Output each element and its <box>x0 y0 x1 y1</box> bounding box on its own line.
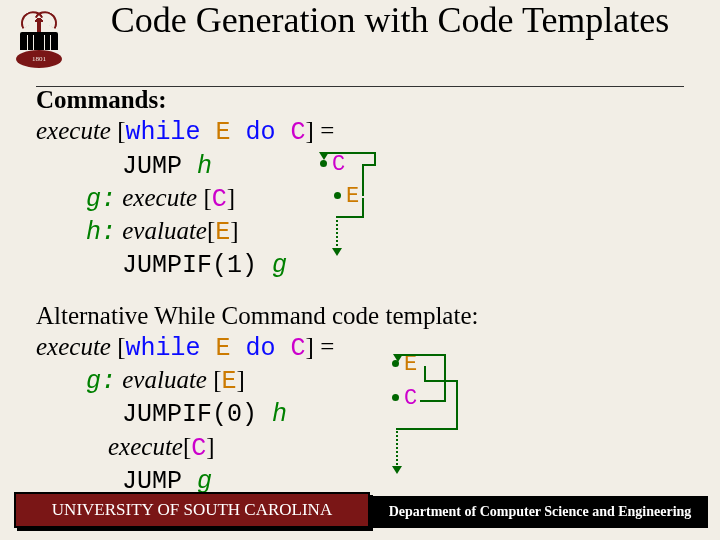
alt-exec-while: execute [while E do C] = <box>36 331 700 364</box>
diag1-c: C <box>332 152 345 177</box>
diag1-e: E <box>346 184 359 209</box>
slide-title: Code Generation with Code Templates <box>70 2 710 40</box>
logo-year: 1801 <box>16 50 62 68</box>
jumpif-g: JUMPIF(1) g <box>122 248 700 281</box>
flow-diagram-2: E C <box>386 354 486 484</box>
exec-while-line: execute [while E do C] = <box>36 115 700 148</box>
alt-heading: Alternative While Command code template: <box>36 300 700 331</box>
university-banner: UNIVERSITY OF SOUTH CAROLINA <box>14 492 370 528</box>
commands-heading-text: Commands: <box>36 86 167 113</box>
sc-logo: 1801 <box>14 10 64 68</box>
jump-h: JUMP h <box>122 149 700 182</box>
flow-diagram-1: C E <box>314 156 404 266</box>
diag2-c: C <box>404 386 417 411</box>
department-banner: Department of Computer Science and Engin… <box>372 496 708 528</box>
commands-heading: Commands: <box>36 84 700 115</box>
slide-body: Commands: execute [while E do C] = JUMP … <box>36 84 700 530</box>
